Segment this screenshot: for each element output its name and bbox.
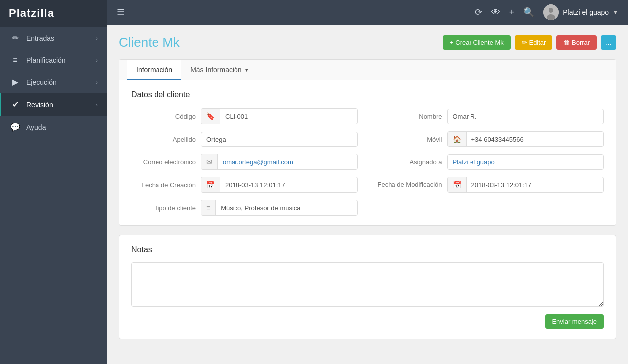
apellido-label: Apellido: [131, 136, 196, 143]
movil-field[interactable]: 🏠 +34 60433445566: [447, 131, 604, 147]
nombre-value: Omar R.: [448, 109, 604, 124]
notes-section: Notas Enviar mensaje: [119, 235, 616, 339]
apellido-field[interactable]: Ortega: [201, 132, 358, 147]
field-row-fecha-modificacion: Fecha de Modificación 📅 2018-03-13 12:01…: [378, 177, 604, 193]
form-grid: Código 🔖 CLI-001 Nombre Omar R.: [131, 108, 604, 216]
main-card: Información Más Información ▼ Datos del …: [119, 59, 616, 226]
edit-icon: ✏: [10, 33, 20, 43]
chat-icon: 💬: [10, 122, 20, 132]
chevron-down-icon: ▼: [244, 67, 249, 73]
avatar: [543, 4, 559, 20]
sidebar-item-entradas[interactable]: ✏ Entradas ›: [0, 27, 107, 49]
field-row-tipo: Tipo de cliente ≡ Músico, Profesor de mú…: [131, 200, 358, 216]
tipo-label: Tipo de cliente: [131, 204, 196, 212]
fecha-modificacion-value: 2018-03-13 12:01:17: [467, 178, 603, 192]
play-icon: ▶: [10, 77, 20, 87]
sidebar-item-ejecucion[interactable]: ▶ Ejecución ›: [0, 71, 107, 93]
field-row-email: Correo electrónico ✉ omar.ortega@gmail.c…: [131, 154, 358, 170]
field-row-fecha-creacion: Fecha de Creación 📅 2018-03-13 12:01:17: [131, 177, 358, 193]
tab-informacion[interactable]: Información: [127, 60, 181, 80]
home-icon: 🏠: [448, 132, 467, 146]
topbar: ☰ ⟳ 👁 + 🔍 Platzi el guapo ▼: [107, 0, 628, 25]
fecha-creacion-label: Fecha de Creación: [131, 181, 196, 189]
apellido-value: Ortega: [201, 132, 357, 146]
fecha-creacion-value: 2018-03-13 12:01:17: [220, 178, 357, 192]
envelope-icon: ✉: [201, 154, 218, 169]
tab-mas-informacion[interactable]: Más Información ▼: [181, 60, 258, 80]
form-section: Datos del cliente Código 🔖 CLI-001 Nombr…: [119, 80, 616, 225]
calendar-icon: 📅: [201, 177, 220, 192]
codigo-label: Código: [131, 113, 196, 120]
sidebar-item-planificacion[interactable]: ≡ Planificación ›: [0, 49, 107, 71]
codigo-value: CLI-001: [220, 109, 357, 124]
asignado-value: Platzi el guapo: [448, 155, 604, 169]
history-icon[interactable]: ⟳: [475, 7, 482, 18]
page-actions: + Crear Cliente Mk ✏ Editar 🗑 Borrar ...: [443, 35, 616, 50]
tabs: Información Más Información ▼: [119, 60, 616, 80]
tipo-field[interactable]: ≡ Músico, Profesor de música: [201, 200, 358, 216]
chevron-right-icon: ›: [96, 57, 98, 63]
email-label: Correo electrónico: [131, 158, 196, 166]
fecha-modificacion-field[interactable]: 📅 2018-03-13 12:01:17: [447, 177, 604, 193]
page-title: Cliente Mk: [119, 35, 180, 50]
notes-textarea[interactable]: [131, 262, 604, 307]
notes-footer: Enviar mensaje: [131, 314, 604, 329]
sidebar-label-entradas: Entradas: [26, 34, 54, 42]
sidebar-item-ayuda[interactable]: 💬 Ayuda: [0, 116, 107, 138]
fecha-modificacion-label: Fecha de Modificación: [378, 181, 442, 189]
chevron-right-icon: ›: [96, 102, 98, 108]
svg-point-1: [549, 8, 553, 13]
email-field[interactable]: ✉ omar.ortega@gmail.com: [201, 154, 358, 170]
notes-card: Notas Enviar mensaje: [119, 235, 616, 339]
field-row-apellido: Apellido Ortega: [131, 131, 358, 147]
search-icon[interactable]: 🔍: [523, 7, 534, 18]
main-wrapper: ☰ ⟳ 👁 + 🔍 Platzi el guapo ▼: [107, 0, 628, 364]
sidebar-label-planificacion: Planificación: [26, 56, 66, 64]
sidebar-label-ayuda: Ayuda: [26, 123, 46, 131]
sidebar-label-ejecucion: Ejecución: [26, 78, 57, 86]
section-title: Datos del cliente: [131, 90, 604, 99]
check-icon: ✔: [10, 100, 20, 109]
sidebar: Platzilla ✏ Entradas › ≡ Planificación ›…: [0, 0, 107, 364]
nombre-field[interactable]: Omar R.: [447, 109, 604, 124]
notes-title: Notas: [131, 245, 604, 254]
page-header: Cliente Mk + Crear Cliente Mk ✏ Editar 🗑…: [119, 35, 616, 50]
app-logo: Platzilla: [0, 0, 107, 27]
eye-icon[interactable]: 👁: [491, 7, 500, 18]
movil-value: +34 60433445566: [467, 132, 604, 146]
field-row-asignado: Asignado a Platzi el guapo: [378, 154, 604, 170]
more-button[interactable]: ...: [601, 35, 616, 50]
list-icon: ≡: [10, 56, 20, 65]
fecha-creacion-field[interactable]: 📅 2018-03-13 12:01:17: [201, 177, 358, 193]
hamburger-icon[interactable]: ☰: [117, 7, 125, 18]
chevron-right-icon: ›: [96, 79, 98, 85]
field-row-codigo: Código 🔖 CLI-001: [131, 108, 358, 124]
field-row-movil: Móvil 🏠 +34 60433445566: [378, 131, 604, 147]
sidebar-item-revision[interactable]: ✔ Revisión ›: [0, 93, 107, 116]
user-chevron-icon: ▼: [613, 9, 618, 15]
plus-icon[interactable]: +: [509, 7, 515, 18]
user-menu[interactable]: Platzi el guapo ▼: [543, 4, 618, 20]
send-message-button[interactable]: Enviar mensaje: [545, 314, 604, 329]
codigo-field[interactable]: 🔖 CLI-001: [201, 108, 358, 124]
delete-button[interactable]: 🗑 Borrar: [556, 35, 597, 50]
movil-label: Móvil: [378, 136, 442, 143]
tipo-value: Músico, Profesor de música: [216, 201, 357, 215]
user-name: Platzi el guapo: [563, 8, 609, 16]
chevron-right-icon: ›: [96, 35, 98, 41]
field-row-nombre: Nombre Omar R.: [378, 108, 604, 124]
calendar-icon-2: 📅: [448, 177, 467, 192]
edit-button[interactable]: ✏ Editar: [515, 35, 553, 50]
asignado-field[interactable]: Platzi el guapo: [447, 154, 604, 170]
asignado-label: Asignado a: [378, 158, 442, 166]
nombre-label: Nombre: [378, 113, 442, 120]
content-area: Cliente Mk + Crear Cliente Mk ✏ Editar 🗑…: [107, 25, 628, 364]
svg-point-2: [547, 14, 555, 20]
create-button[interactable]: + Crear Cliente Mk: [443, 35, 511, 50]
list-icon-2: ≡: [201, 200, 216, 215]
email-value: omar.ortega@gmail.com: [218, 155, 357, 169]
sidebar-label-revision: Revisión: [26, 101, 53, 109]
barcode-icon: 🔖: [201, 109, 220, 124]
